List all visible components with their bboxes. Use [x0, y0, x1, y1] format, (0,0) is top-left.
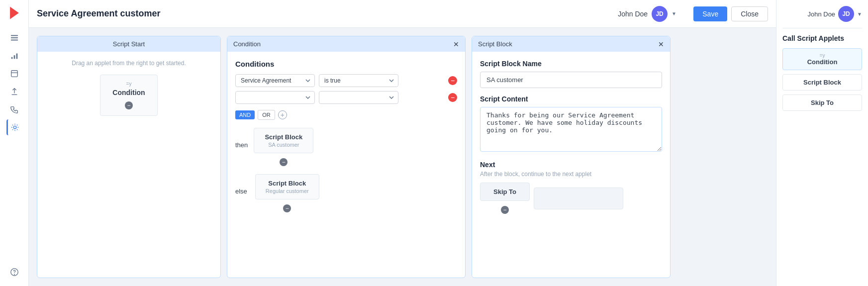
svg-rect-5	[13, 55, 15, 59]
svg-point-10	[13, 126, 16, 128]
applet-condition[interactable]: =y Condition	[782, 48, 862, 70]
sidebar-icon-gear[interactable]	[6, 119, 22, 135]
right-user-name: John Doe	[807, 10, 835, 18]
add-condition-button[interactable]: +	[278, 110, 287, 119]
right-panel-user: John Doe JD ▼	[782, 6, 862, 28]
remove-condition-chip-icon[interactable]: −	[125, 101, 133, 109]
next-section: Skip To −	[480, 183, 662, 214]
condition-row-2: −	[235, 91, 457, 104]
script-start-body: Drag an applet from the right to get sta…	[37, 52, 220, 278]
skip-to-label: Skip To	[493, 188, 516, 195]
chevron-down-icon: ▼	[672, 11, 676, 16]
header: Service Agreement customer Save Close Jo…	[29, 0, 776, 28]
skip-to-chip[interactable]: Skip To	[480, 183, 530, 201]
next-hint: After the block, continue to the next ap…	[480, 171, 662, 178]
condition-chip[interactable]: =y Condition −	[100, 75, 157, 116]
remove-condition-row-2-button[interactable]: −	[448, 93, 457, 102]
panel-title: Call Script Applets	[782, 34, 862, 42]
applet-condition-main: Condition	[789, 58, 856, 66]
condition-operator-select-2[interactable]	[319, 91, 398, 104]
canvas-area: Script Start Drag an applet from the rig…	[29, 28, 776, 286]
svg-rect-2	[10, 37, 17, 38]
sidebar	[0, 0, 29, 286]
or-button[interactable]: OR	[258, 110, 275, 120]
else-script-block[interactable]: Script Block Regular customer	[255, 174, 319, 199]
header-actions: Save Close	[693, 6, 768, 21]
block-name-input[interactable]	[480, 72, 662, 88]
condition-actions: AND OR +	[235, 110, 457, 120]
script-block-body: Script Block Name Script Content Thanks …	[472, 52, 670, 222]
chip-label-small: =y	[126, 81, 132, 87]
user-menu[interactable]: John Doe JD ▼	[618, 6, 676, 22]
else-block-main: Script Block	[268, 180, 306, 187]
else-block-chip[interactable]: Script Block Regular customer −	[255, 174, 319, 212]
then-block-chip[interactable]: Script Block SA customer −	[254, 128, 313, 166]
remove-condition-row-1-button[interactable]: −	[448, 76, 457, 85]
right-avatar: JD	[838, 6, 854, 22]
then-block-main: Script Block	[265, 133, 302, 141]
then-row: then Script Block SA customer −	[235, 128, 457, 166]
block-content-textarea[interactable]: Thanks for being our Service Agreement c…	[480, 107, 662, 152]
script-block-card: Script Block ✕ Script Block Name Script …	[472, 36, 671, 278]
condition-body: Conditions Service Agreement is true −	[227, 52, 465, 278]
script-block-header: Script Block ✕	[472, 36, 670, 52]
applet-script-block[interactable]: Script Block	[782, 74, 862, 91]
svg-rect-4	[11, 57, 12, 59]
condition-field-select-1[interactable]: Service Agreement	[235, 74, 315, 87]
condition-row-1: Service Agreement is true −	[235, 74, 457, 87]
applet-skip-to-main: Skip To	[789, 99, 856, 106]
svg-point-12	[14, 274, 14, 275]
sidebar-icon-phone[interactable]	[6, 101, 22, 117]
applet-skip-to[interactable]: Skip To	[782, 95, 862, 111]
save-button[interactable]: Save	[693, 6, 727, 21]
and-button[interactable]: AND	[235, 110, 255, 119]
right-chevron-icon: ▼	[857, 11, 862, 17]
condition-close-button[interactable]: ✕	[453, 41, 459, 48]
next-label: Next	[480, 161, 662, 169]
else-block-sub: Regular customer	[266, 188, 309, 194]
svg-rect-6	[16, 54, 17, 59]
condition-title: Condition	[233, 40, 261, 48]
next-empty-slot[interactable]	[534, 188, 623, 209]
remove-else-block-icon[interactable]: −	[283, 204, 291, 212]
right-panel: John Doe JD ▼ Call Script Applets =y Con…	[776, 0, 868, 286]
script-block-title: Script Block	[478, 40, 512, 48]
main-content: Service Agreement customer Save Close Jo…	[29, 0, 776, 286]
svg-rect-1	[10, 35, 17, 36]
script-start-card: Script Start Drag an applet from the rig…	[37, 36, 221, 278]
script-start-header: Script Start	[37, 36, 220, 52]
script-block-close-button[interactable]: ✕	[658, 41, 664, 48]
svg-rect-3	[10, 40, 17, 41]
condition-header: Condition ✕	[227, 36, 465, 52]
block-name-label: Script Block Name	[480, 60, 662, 68]
skip-to-container: Skip To −	[480, 183, 530, 214]
user-name: John Doe	[618, 10, 648, 18]
sidebar-icon-box[interactable]	[6, 66, 22, 82]
sidebar-icon-menu[interactable]	[6, 30, 22, 46]
sidebar-icon-chart[interactable]	[6, 48, 22, 64]
else-row: else Script Block Regular customer −	[235, 174, 457, 212]
condition-operator-select-1[interactable]: is true	[319, 74, 398, 87]
sidebar-icon-upload[interactable]	[6, 84, 22, 99]
close-button[interactable]: Close	[731, 6, 768, 21]
script-start-title: Script Start	[113, 40, 145, 48]
drag-hint: Drag an applet from the right to get sta…	[72, 60, 186, 67]
chip-label-main: Condition	[112, 89, 145, 96]
logo	[5, 4, 23, 22]
remove-skip-to-icon[interactable]: −	[501, 206, 509, 214]
svg-marker-0	[10, 7, 19, 19]
svg-rect-7	[11, 71, 17, 77]
page-title: Service Agreement customer	[37, 8, 160, 19]
sidebar-icon-help[interactable]	[6, 264, 22, 280]
then-label: then	[235, 141, 248, 149]
applet-script-block-main: Script Block	[789, 79, 856, 86]
then-section: then Script Block SA customer − else	[235, 128, 457, 220]
applet-condition-sub: =y	[789, 53, 856, 58]
conditions-label: Conditions	[235, 60, 457, 68]
then-script-block[interactable]: Script Block SA customer	[254, 128, 313, 153]
then-block-sub: SA customer	[268, 142, 299, 148]
else-label: else	[235, 188, 247, 195]
condition-field-select-2[interactable]	[235, 91, 315, 104]
remove-then-block-icon[interactable]: −	[280, 158, 288, 166]
condition-card: Condition ✕ Conditions Service Agreement…	[227, 36, 466, 278]
